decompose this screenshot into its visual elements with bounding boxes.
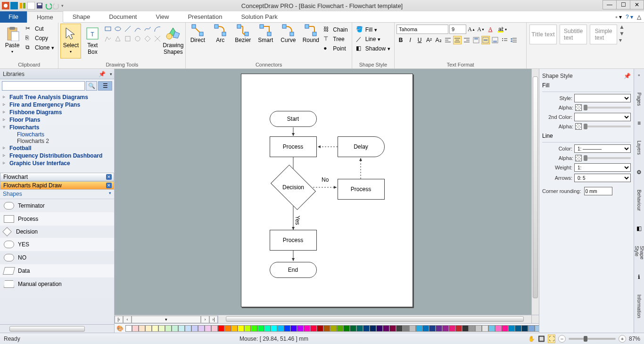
highlight-button[interactable]: ab	[495, 25, 504, 34]
connector-direct[interactable]: Direct	[188, 24, 207, 43]
color-swatch[interactable]	[310, 325, 317, 332]
zoom-out-button[interactable]: −	[558, 335, 566, 343]
maximize-button[interactable]: ☐	[616, 0, 630, 9]
color-swatch[interactable]	[251, 325, 257, 332]
minimize-button[interactable]: —	[603, 0, 617, 9]
color-swatch[interactable]	[191, 325, 198, 332]
color-swatch[interactable]	[436, 325, 442, 332]
horizontal-scrollbar[interactable]	[218, 315, 531, 323]
page-next[interactable]: ›	[201, 316, 209, 323]
color-swatch[interactable]	[409, 325, 416, 332]
tab-behaviour-icon[interactable]: ⚙	[636, 169, 642, 176]
tab-presentation[interactable]: Presentation	[178, 11, 231, 23]
connector-arc[interactable]: Arc	[210, 24, 230, 43]
styles-more-icon[interactable]: ▾	[619, 37, 625, 43]
tool-ellipse[interactable]	[114, 25, 122, 33]
fill-style-select[interactable]	[574, 94, 631, 102]
color-swatch[interactable]	[145, 325, 152, 332]
line-alpha-slider[interactable]	[584, 157, 631, 159]
tool-arc[interactable]	[153, 25, 162, 33]
style-subtitle[interactable]: Subtitle text	[560, 25, 587, 44]
color-swatch[interactable]	[264, 325, 271, 332]
color-swatch[interactable]	[482, 325, 488, 332]
tab-shape[interactable]: Shape	[63, 11, 100, 23]
qat-icon-3[interactable]	[27, 2, 35, 9]
help-icon[interactable]: ? ▾	[626, 14, 633, 20]
tab-pages-icon[interactable]: ▫	[638, 72, 640, 78]
color-swatch[interactable]	[172, 325, 178, 332]
color-swatch[interactable]	[211, 325, 218, 332]
undo-icon[interactable]	[44, 2, 52, 9]
color-swatch[interactable]	[244, 325, 251, 332]
tree-item[interactable]: Fault Tree Analysis Diagrams	[3, 93, 111, 101]
color-swatch[interactable]	[238, 325, 244, 332]
tool-poly6[interactable]	[153, 34, 162, 43]
color-swatch[interactable]	[370, 325, 376, 332]
canvas-viewport[interactable]: No Yes Start Process Delay Decision Proc…	[115, 69, 539, 315]
alpha-check[interactable]	[575, 155, 582, 161]
color-swatch[interactable]	[257, 325, 264, 332]
library-view-button[interactable]: ☰	[98, 81, 112, 91]
file-tab[interactable]: File	[0, 11, 27, 23]
line-color-select[interactable]: 1: ————	[574, 144, 631, 153]
shrink-font-button[interactable]: A▼	[477, 25, 485, 34]
align-bottom-button[interactable]	[491, 36, 499, 44]
flowchart-process-2[interactable]: Process	[338, 179, 385, 200]
chain-button[interactable]: ⛓Chain	[322, 25, 349, 34]
color-swatch[interactable]	[165, 325, 172, 332]
second-alpha-slider[interactable]	[584, 126, 631, 127]
font-color-button[interactable]: A	[486, 25, 495, 34]
font-size-select[interactable]	[449, 25, 466, 34]
tool-poly1[interactable]	[104, 34, 112, 43]
align-center-button[interactable]	[453, 36, 462, 44]
color-swatch[interactable]	[376, 325, 383, 332]
textbox-tool[interactable]: T Text Box	[82, 24, 103, 59]
flowchart-process-1[interactable]: Process	[270, 136, 317, 157]
page-last[interactable]: ›|	[209, 316, 218, 323]
page-prev[interactable]: ‹	[123, 316, 132, 323]
color-swatch[interactable]	[455, 325, 462, 332]
qat-icon-2[interactable]	[19, 2, 26, 9]
color-swatch[interactable]	[284, 325, 290, 332]
tool-rect[interactable]	[104, 25, 112, 33]
tab-info-icon[interactable]: ℹ	[638, 274, 640, 280]
page-selector[interactable]: ▾	[132, 316, 201, 323]
align-right-button[interactable]	[462, 36, 471, 44]
left-panel-scrollbar[interactable]	[0, 324, 114, 333]
color-swatch[interactable]	[396, 325, 403, 332]
tree-item[interactable]: Floor Plans	[3, 116, 111, 124]
tool-spline[interactable]	[143, 25, 152, 33]
color-swatch[interactable]	[383, 325, 389, 332]
vertical-scrollbar[interactable]	[531, 69, 539, 315]
tree-item[interactable]: Frequency Distribution Dashboard	[3, 152, 111, 159]
lib-tab-rapid-draw[interactable]: Flowcharts Rapid Draw✕	[0, 181, 114, 190]
alpha-check[interactable]	[575, 104, 582, 111]
library-tree[interactable]: Fault Tree Analysis Diagrams Fire and Em…	[0, 92, 114, 173]
color-swatch[interactable]	[403, 325, 409, 332]
italic-button[interactable]: I	[406, 36, 414, 44]
superscript-button[interactable]: A²	[425, 36, 433, 44]
fill-alpha-slider[interactable]	[584, 107, 631, 109]
color-swatch[interactable]	[508, 325, 515, 332]
tab-document[interactable]: Document	[99, 11, 146, 23]
color-swatch[interactable]	[125, 325, 132, 332]
color-swatch[interactable]	[422, 325, 429, 332]
color-swatch[interactable]	[290, 325, 297, 332]
close-icon[interactable]: ✕	[106, 174, 112, 180]
connector-bezier[interactable]: Bezier	[233, 24, 253, 43]
tool-curve[interactable]	[133, 25, 142, 33]
paste-button[interactable]: Paste▾	[2, 24, 23, 59]
font-family-select[interactable]	[396, 25, 448, 34]
tool-poly5[interactable]	[143, 34, 152, 43]
lib-tab-flowchart[interactable]: Flowchart✕	[0, 173, 114, 181]
shapes-list[interactable]: Terminator Process Decision YES NO Data …	[0, 199, 114, 324]
color-swatch[interactable]	[132, 325, 139, 332]
color-swatch[interactable]	[462, 325, 469, 332]
color-swatch[interactable]	[231, 325, 238, 332]
save-icon[interactable]	[36, 2, 43, 9]
library-search-input[interactable]	[2, 81, 85, 91]
color-swatch[interactable]	[521, 325, 528, 332]
color-swatch[interactable]	[323, 325, 330, 332]
tree-item[interactable]: Graphic User Interface	[3, 159, 111, 167]
fit-page-icon[interactable]: ⛶	[548, 335, 555, 343]
